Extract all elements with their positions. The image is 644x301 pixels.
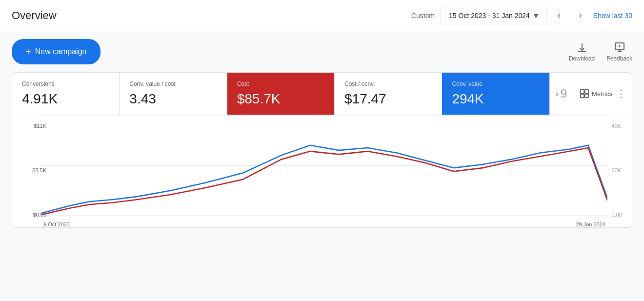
download-icon [576, 41, 588, 53]
y-right-bot: 0.00 [612, 212, 622, 218]
svg-rect-1 [581, 90, 584, 93]
chart-svg [41, 115, 607, 216]
x-label-start: 9 Oct 2023 [43, 221, 70, 227]
more-icon: ⋮ [616, 88, 626, 100]
new-campaign-label: New campaign [35, 47, 87, 56]
metric-value-conv-value: 294K [452, 91, 539, 107]
x-label-end: 29 Jan 2024 [576, 221, 605, 227]
chevron-down-icon: ▾ [534, 10, 538, 21]
metric-cost-conv[interactable]: Cost / conv. $17.47 [335, 73, 442, 115]
header: Overview Custom 15 Oct 2023 - 31 Jan 202… [0, 0, 644, 31]
toolbar-right: Download Feedback [569, 41, 632, 62]
metric-conversions[interactable]: Conversions 4.91K [12, 73, 120, 115]
red-line-conv-value [41, 148, 607, 215]
add-metrics-button[interactable]: Metrics [579, 88, 612, 99]
left-arrow-icon: ‹ [558, 10, 561, 20]
chart-area: $11K $5.5K $0.00 40K 20K 0.00 [12, 115, 632, 227]
download-label: Download [569, 55, 595, 62]
metric-conv-value-cost[interactable]: Conv. value / cost 3.43 [120, 73, 227, 115]
plus-icon: + [25, 46, 31, 58]
main-content: + New campaign Download Feedback [0, 31, 644, 236]
metrics-row: Conversions 4.91K Conv. value / cost 3.4… [12, 72, 632, 228]
metric-partial[interactable]: › 9 [550, 73, 573, 115]
page-title: Overview [12, 9, 411, 22]
metric-value-conversions: 4.91K [22, 91, 109, 107]
show-last-button[interactable]: Show last 30 [593, 12, 632, 20]
add-metrics-label: Metrics [592, 90, 612, 98]
date-range-text: 15 Oct 2023 - 31 Jan 2024 [449, 12, 530, 20]
metric-conv-value[interactable]: Conv. value 294K [442, 73, 549, 115]
feedback-label: Feedback [606, 55, 632, 62]
metric-value-cost: $85.7K [237, 91, 324, 107]
svg-rect-2 [585, 90, 588, 93]
left-arrow-icon-metrics: › [556, 89, 559, 99]
y-right-mid: 20K [612, 167, 622, 173]
metric-label-cost: Cost [237, 80, 324, 87]
custom-label: Custom [411, 12, 435, 20]
y-axis-right: 40K 20K 0.00 [612, 123, 622, 218]
metric-label-conversions: Conversions [22, 80, 109, 87]
metric-label-conv-value-cost: Conv. value / cost [129, 80, 217, 87]
metric-value-conv-value-cost: 3.43 [129, 91, 217, 107]
metrics-actions: Metrics ⋮ [573, 73, 632, 115]
metric-cost[interactable]: Cost $85.7K [227, 73, 335, 115]
download-button[interactable]: Download [569, 41, 595, 62]
prev-period-button[interactable]: ‹ [550, 7, 568, 24]
feedback-icon [614, 41, 625, 53]
date-range-picker[interactable]: 15 Oct 2023 - 31 Jan 2024 ▾ [441, 6, 546, 25]
toolbar: + New campaign Download Feedback [12, 39, 632, 64]
feedback-button[interactable]: Feedback [606, 41, 632, 62]
svg-rect-3 [581, 94, 584, 98]
y-right-top: 40K [612, 123, 622, 129]
metrics-cards: Conversions 4.91K Conv. value / cost 3.4… [12, 73, 632, 115]
next-period-button[interactable]: › [572, 7, 589, 24]
metric-label-conv-value: Conv. value [452, 80, 539, 87]
metric-label-cost-conv: Cost / conv. [344, 80, 432, 87]
more-options-button[interactable]: ⋮ [616, 88, 626, 100]
right-arrow-icon: › [579, 10, 582, 20]
new-campaign-button[interactable]: + New campaign [12, 39, 101, 64]
blue-line-cost [41, 145, 607, 213]
add-metrics-icon [579, 88, 590, 99]
partial-value: 9 [561, 87, 567, 100]
header-controls: Custom 15 Oct 2023 - 31 Jan 2024 ▾ ‹ › S… [411, 6, 632, 25]
svg-rect-4 [585, 94, 588, 98]
metric-value-cost-conv: $17.47 [344, 91, 432, 107]
